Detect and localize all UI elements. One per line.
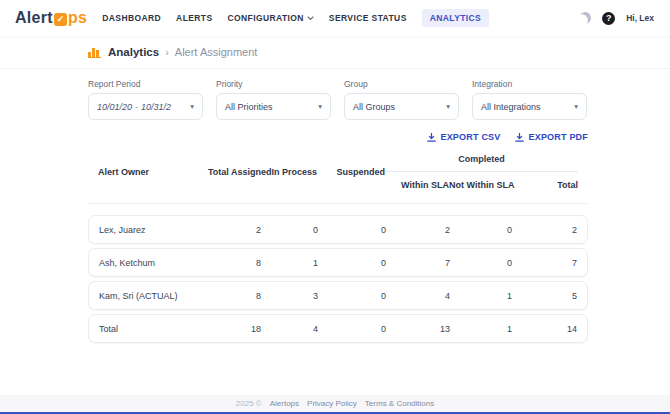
cell-in-process: 0: [261, 225, 318, 235]
report-period-label: Report Period: [88, 79, 203, 89]
table-row[interactable]: Ash, Ketchum 8 1 0 7 0 7: [88, 248, 588, 277]
nav-label: CONFIGURATION: [228, 13, 304, 23]
cell-completed-total: 5: [512, 291, 577, 301]
cell-suspended: 0: [318, 225, 386, 235]
table-row[interactable]: Kam, Sri (ACTUAL) 8 3 0 4 1 5: [88, 281, 588, 310]
cell-alert-owner: Ash, Ketchum: [99, 258, 209, 268]
col-header-within-sla: Within SLA: [385, 180, 449, 190]
col-header-in-process: In Process: [260, 167, 317, 177]
nav-label: SERVICE STATUS: [329, 13, 407, 23]
table-header: Alert Owner Total Assigned In Process Su…: [88, 148, 588, 196]
completed-group-header: Completed Within SLA Not Within SLA Tota…: [385, 148, 578, 196]
breadcrumb: Analytics › Alert Assignment: [0, 36, 670, 69]
breadcrumb-analytics[interactable]: Analytics: [108, 46, 159, 58]
help-icon[interactable]: ?: [602, 12, 615, 25]
completed-subheaders: Within SLA Not Within SLA Total: [385, 172, 578, 190]
table-body: Lex, Juarez 2 0 0 2 0 2 Ash, Ketchum 8 1…: [88, 215, 588, 343]
alertops-logo[interactable]: Alert ✓ ps: [15, 9, 87, 27]
nav-label: DASHBOARD: [102, 13, 161, 23]
cell-total-assigned: 8: [209, 291, 261, 301]
logo-check-icon: ✓: [54, 13, 67, 26]
cell-not-within-sla: 1: [450, 291, 512, 301]
bar-chart-icon: [88, 47, 101, 58]
nav-label: ANALYTICS: [430, 13, 481, 23]
logo-text-alert: Alert: [15, 9, 53, 27]
group-value: All Groups: [353, 102, 395, 112]
user-greeting[interactable]: Hi, Lex: [626, 13, 654, 23]
footer: 2025 © Alertops Privacy Policy Terms & C…: [0, 395, 670, 412]
date-to[interactable]: 10/31/2: [141, 102, 171, 112]
cell-within-sla: 7: [386, 258, 450, 268]
footer-copyright: 2025 ©: [236, 399, 262, 408]
cell-suspended: 0: [318, 258, 386, 268]
chevron-down-icon: [307, 16, 314, 21]
export-actions: EXPORT CSV EXPORT PDF: [88, 132, 588, 142]
nav-item-analytics[interactable]: ANALYTICS: [422, 9, 489, 27]
caret-down-icon: ▾: [318, 103, 322, 111]
nav-item-dashboard[interactable]: DASHBOARD: [102, 13, 161, 23]
group-select[interactable]: All Groups ▾: [344, 93, 459, 120]
cell-in-process: 3: [261, 291, 318, 301]
alert-assignment-table: Alert Owner Total Assigned In Process Su…: [88, 148, 588, 343]
nav-item-service-status[interactable]: SERVICE STATUS: [329, 13, 407, 23]
nav-item-configuration[interactable]: CONFIGURATION: [228, 13, 314, 23]
col-header-suspended: Suspended: [317, 167, 385, 177]
footer-brand-link[interactable]: Alertops: [270, 399, 299, 408]
topbar-right-controls: ? Hi, Lex: [579, 12, 654, 25]
filter-integration: Integration All Integrations ▾: [472, 79, 587, 120]
caret-down-icon: ▾: [574, 103, 578, 111]
export-csv-label: EXPORT CSV: [440, 132, 500, 142]
cell-completed-total: 14: [512, 324, 577, 334]
dark-mode-moon-icon[interactable]: [578, 11, 592, 25]
priority-label: Priority: [216, 79, 331, 89]
filter-report-period: Report Period 10/01/20 - 10/31/2 ▾: [88, 79, 203, 120]
priority-select[interactable]: All Priorities ▾: [216, 93, 331, 120]
caret-down-icon: ▾: [446, 103, 450, 111]
integration-select[interactable]: All Integrations ▾: [472, 93, 587, 120]
cell-alert-owner: Lex, Juarez: [99, 225, 209, 235]
main-content: Report Period 10/01/20 - 10/31/2 ▾ Prior…: [0, 69, 670, 343]
download-icon: [515, 133, 524, 142]
table-header-divider: [88, 203, 588, 204]
table-row[interactable]: Lex, Juarez 2 0 0 2 0 2: [88, 215, 588, 244]
nav-label: ALERTS: [176, 13, 212, 23]
date-range-value: 10/01/20 - 10/31/2: [97, 102, 171, 112]
filter-group: Group All Groups ▾: [344, 79, 459, 120]
cell-within-sla: 2: [386, 225, 450, 235]
date-from[interactable]: 10/01/20: [97, 102, 132, 112]
download-icon: [427, 133, 436, 142]
table-header-left: Alert Owner Total Assigned In Process Su…: [98, 148, 385, 196]
col-header-total-assigned: Total Assigned: [208, 167, 260, 177]
page-title: Alert Assignment: [175, 46, 258, 58]
export-pdf-button[interactable]: EXPORT PDF: [515, 132, 588, 142]
col-group-completed: Completed: [385, 154, 578, 171]
cell-completed-total: 7: [512, 258, 577, 268]
footer-terms-link[interactable]: Terms & Conditions: [365, 399, 434, 408]
export-pdf-label: EXPORT PDF: [528, 132, 588, 142]
integration-label: Integration: [472, 79, 587, 89]
col-header-not-within-sla: Not Within SLA: [449, 180, 511, 190]
export-csv-button[interactable]: EXPORT CSV: [427, 132, 500, 142]
footer-privacy-link[interactable]: Privacy Policy: [307, 399, 357, 408]
cell-total-assigned: 2: [209, 225, 261, 235]
group-label: Group: [344, 79, 459, 89]
cell-not-within-sla: 1: [450, 324, 512, 334]
cell-alert-owner: Total: [99, 324, 209, 334]
cell-suspended: 0: [318, 324, 386, 334]
date-separator: -: [135, 102, 138, 112]
filters-row: Report Period 10/01/20 - 10/31/2 ▾ Prior…: [88, 79, 670, 120]
col-header-alert-owner: Alert Owner: [98, 167, 208, 177]
cell-in-process: 4: [261, 324, 318, 334]
top-navigation-bar: Alert ✓ ps DASHBOARD ALERTS CONFIGURATIO…: [0, 0, 670, 36]
report-period-input[interactable]: 10/01/20 - 10/31/2 ▾: [88, 93, 203, 120]
col-header-completed-total: Total: [511, 180, 578, 190]
nav-item-alerts[interactable]: ALERTS: [176, 13, 212, 23]
cell-total-assigned: 8: [209, 258, 261, 268]
integration-value: All Integrations: [481, 102, 541, 112]
cell-within-sla: 13: [386, 324, 450, 334]
cell-total-assigned: 18: [209, 324, 261, 334]
cell-not-within-sla: 0: [450, 258, 512, 268]
cell-within-sla: 4: [386, 291, 450, 301]
main-nav: DASHBOARD ALERTS CONFIGURATION SERVICE S…: [102, 9, 489, 27]
cell-in-process: 1: [261, 258, 318, 268]
